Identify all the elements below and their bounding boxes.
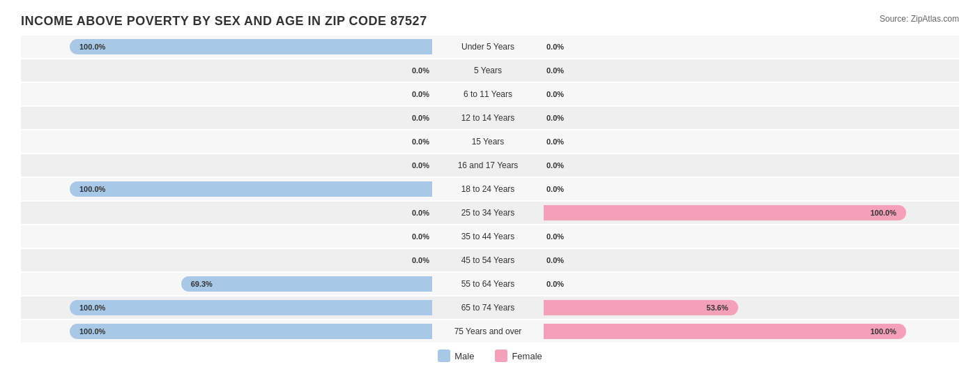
- chart-container: INCOME ABOVE POVERTY BY SEX AND AGE IN Z…: [21, 14, 959, 362]
- female-bar-container: 0.0%: [544, 130, 955, 153]
- female-zero-value: 0.0%: [546, 43, 564, 51]
- chart-title: INCOME ABOVE POVERTY BY SEX AND AGE IN Z…: [21, 14, 427, 29]
- male-bar: 100.0%: [70, 300, 432, 315]
- male-bar-container: 0.0%: [21, 154, 432, 177]
- legend-female: Female: [495, 350, 542, 362]
- male-bar: 100.0%: [70, 181, 432, 197]
- female-bar-container: 0.0%: [544, 83, 955, 105]
- legend-male: Male: [438, 350, 474, 362]
- female-zero-value: 0.0%: [546, 185, 564, 193]
- female-bar-container: 53.6%: [544, 297, 955, 319]
- table-row: 0.0%6 to 11 Years0.0%: [21, 83, 959, 105]
- male-bar-container: 0.0%: [21, 130, 432, 153]
- age-label: 18 to 24 Years: [432, 184, 544, 194]
- age-label: 15 Years: [432, 137, 544, 147]
- female-zero-value: 0.0%: [546, 161, 564, 170]
- female-bar-container: 0.0%: [544, 273, 955, 295]
- female-bar-container: 0.0%: [544, 225, 955, 248]
- legend: Male Female: [21, 350, 959, 362]
- male-value: 100.0%: [74, 185, 105, 193]
- male-value: 100.0%: [74, 303, 105, 312]
- female-zero-value: 0.0%: [546, 90, 564, 98]
- male-zero-value: 0.0%: [412, 114, 429, 122]
- male-bar-container: 69.3%: [21, 273, 432, 295]
- table-row: 0.0%45 to 54 Years0.0%: [21, 249, 959, 271]
- female-bar: 100.0%: [544, 324, 906, 339]
- table-row: 0.0%12 to 14 Years0.0%: [21, 107, 959, 129]
- table-row: 100.0%65 to 74 Years53.6%: [21, 297, 959, 319]
- male-bar-container: 0.0%: [21, 107, 432, 129]
- male-value: 69.3%: [185, 280, 213, 288]
- female-bar-container: 0.0%: [544, 178, 955, 200]
- source-label: Source: ZipAtlas.com: [880, 14, 959, 24]
- age-label: 25 to 34 Years: [432, 208, 544, 218]
- table-row: 0.0%15 Years0.0%: [21, 130, 959, 153]
- male-value: 100.0%: [74, 43, 105, 51]
- male-bar-container: 100.0%: [21, 36, 432, 58]
- male-zero-value: 0.0%: [412, 90, 429, 98]
- female-zero-value: 0.0%: [546, 232, 564, 241]
- male-bar-container: 100.0%: [21, 297, 432, 319]
- male-zero-value: 0.0%: [412, 137, 429, 146]
- male-bar-container: 0.0%: [21, 83, 432, 105]
- male-legend-box: [438, 350, 450, 362]
- female-bar-container: 0.0%: [544, 107, 955, 129]
- female-bar-container: 0.0%: [544, 59, 955, 82]
- male-zero-value: 0.0%: [412, 66, 429, 75]
- male-legend-label: Male: [454, 351, 474, 361]
- male-zero-value: 0.0%: [412, 256, 429, 264]
- female-value: 53.6%: [707, 303, 734, 312]
- table-row: 0.0%5 Years0.0%: [21, 59, 959, 82]
- female-bar-container: 0.0%: [544, 154, 955, 177]
- table-row: 0.0%35 to 44 Years0.0%: [21, 225, 959, 248]
- male-bar: 100.0%: [70, 324, 432, 339]
- age-label: Under 5 Years: [432, 42, 544, 52]
- male-bar-container: 100.0%: [21, 178, 432, 200]
- table-row: 100.0%75 Years and over100.0%: [21, 320, 959, 343]
- female-legend-label: Female: [512, 351, 542, 361]
- male-bar-container: 0.0%: [21, 249, 432, 271]
- age-label: 12 to 14 Years: [432, 113, 544, 123]
- chart-rows: 100.0%Under 5 Years0.0%0.0%5 Years0.0%0.…: [21, 36, 959, 343]
- table-row: 0.0%25 to 34 Years100.0%: [21, 202, 959, 224]
- female-bar-container: 0.0%: [544, 36, 955, 58]
- table-row: 100.0%18 to 24 Years0.0%: [21, 178, 959, 200]
- table-row: 69.3%55 to 64 Years0.0%: [21, 273, 959, 295]
- male-zero-value: 0.0%: [412, 232, 429, 241]
- female-value: 100.0%: [871, 209, 902, 217]
- female-bar-container: 100.0%: [544, 320, 955, 343]
- age-label: 16 and 17 Years: [432, 160, 544, 170]
- age-label: 45 to 54 Years: [432, 255, 544, 265]
- male-bar-container: 0.0%: [21, 59, 432, 82]
- age-label: 55 to 64 Years: [432, 279, 544, 289]
- male-bar-container: 100.0%: [21, 320, 432, 343]
- male-bar-container: 0.0%: [21, 225, 432, 248]
- male-bar: 100.0%: [70, 39, 432, 54]
- age-label: 35 to 44 Years: [432, 232, 544, 241]
- female-value: 100.0%: [871, 327, 902, 336]
- female-zero-value: 0.0%: [546, 256, 564, 264]
- table-row: 0.0%16 and 17 Years0.0%: [21, 154, 959, 177]
- female-bar-container: 100.0%: [544, 202, 955, 224]
- female-zero-value: 0.0%: [546, 66, 564, 75]
- female-bar: 100.0%: [544, 205, 906, 220]
- female-legend-box: [495, 350, 507, 362]
- female-zero-value: 0.0%: [546, 280, 564, 288]
- male-zero-value: 0.0%: [412, 161, 429, 170]
- male-value: 100.0%: [74, 327, 105, 336]
- female-bar-container: 0.0%: [544, 249, 955, 271]
- male-zero-value: 0.0%: [412, 209, 429, 217]
- age-label: 5 Years: [432, 66, 544, 75]
- age-label: 6 to 11 Years: [432, 89, 544, 99]
- male-bar: 69.3%: [181, 276, 432, 292]
- male-bar-container: 0.0%: [21, 202, 432, 224]
- age-label: 75 Years and over: [432, 327, 544, 336]
- female-zero-value: 0.0%: [546, 114, 564, 122]
- female-zero-value: 0.0%: [546, 137, 564, 146]
- age-label: 65 to 74 Years: [432, 303, 544, 313]
- table-row: 100.0%Under 5 Years0.0%: [21, 36, 959, 58]
- female-bar: 53.6%: [544, 300, 738, 315]
